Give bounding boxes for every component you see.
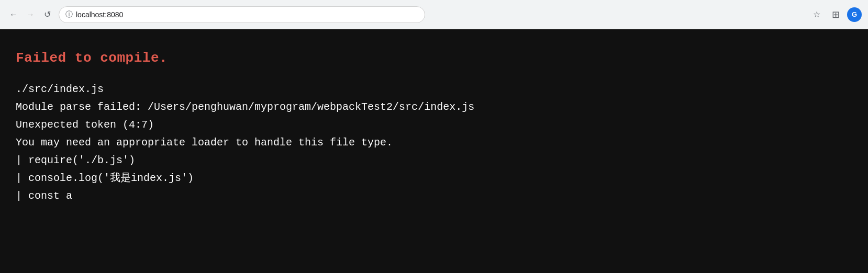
star-icon: ☆ xyxy=(813,9,820,19)
forward-button[interactable]: → xyxy=(23,7,38,22)
bookmark-button[interactable]: ☆ xyxy=(809,7,824,22)
extensions-button[interactable]: ⊞ xyxy=(828,7,843,22)
toolbar-icons: ☆ ⊞ G xyxy=(809,7,862,22)
browser-chrome: ← → ↺ ⓘ ☆ ⊞ G xyxy=(0,0,868,29)
url-input[interactable] xyxy=(76,10,418,19)
error-title: Failed to compile. xyxy=(16,50,852,66)
extensions-icon: ⊞ xyxy=(832,9,840,20)
page-content: Failed to compile. ./src/index.js Module… xyxy=(0,29,868,273)
profile-button[interactable]: G xyxy=(847,7,862,22)
back-button[interactable]: ← xyxy=(6,7,21,22)
nav-buttons: ← → ↺ xyxy=(6,7,54,22)
error-body: ./src/index.js Module parse failed: /Use… xyxy=(16,81,852,205)
address-bar[interactable]: ⓘ xyxy=(59,6,425,23)
info-icon: ⓘ xyxy=(65,10,73,19)
reload-button[interactable]: ↺ xyxy=(40,7,54,22)
